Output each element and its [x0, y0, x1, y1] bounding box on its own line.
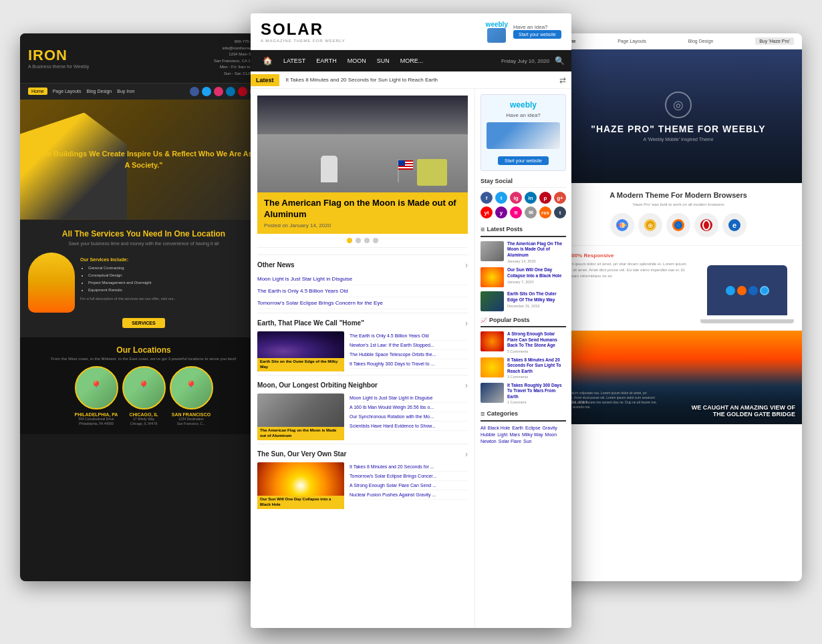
social-rss-icon[interactable]: rss	[539, 206, 551, 218]
featured-image[interactable]	[257, 96, 468, 192]
sun-article-1[interactable]: It Takes 8 Minutes and 20 Seconds for ..…	[350, 462, 468, 472]
dot-3[interactable]	[364, 238, 370, 243]
moon-article-1[interactable]: Moon Light is Just Star Light in Disguis…	[350, 393, 468, 403]
latest-posts-section: Latest Posts The American Flag On The Mo…	[481, 225, 566, 311]
sun-article-2[interactable]: Tomorrow's Solar Eclipse Brings Concer..…	[350, 472, 468, 481]
firefox-icon[interactable]	[666, 213, 690, 237]
earth-article-3[interactable]: The Hubble Space Telescope Orbits the...	[350, 350, 468, 359]
cat-hubble[interactable]: Hubble	[481, 432, 495, 437]
cat-eclipse[interactable]: Eclipse	[525, 426, 541, 430]
solar-nav-home[interactable]: 🏠	[257, 50, 278, 71]
social-linkedin-icon[interactable]: in	[525, 192, 537, 204]
dot-4[interactable]	[373, 238, 378, 243]
social-flickr-icon[interactable]: fl	[510, 206, 522, 218]
ie-icon[interactable]: e	[722, 213, 746, 237]
latest-post-1[interactable]: The American Flag On The Moon is Made Ou…	[481, 241, 566, 263]
moon-image[interactable]: The American Flag on the Moon is Made ou…	[257, 393, 344, 440]
earth-section-header[interactable]: Earth, That Place We Call "Home" ›	[257, 313, 468, 331]
other-news-item-3[interactable]: Tomorrow's Solar Eclipse Brings Concern …	[257, 297, 468, 309]
earth-article-2[interactable]: Newton's 1st Law: If the Earth Stopped..…	[350, 341, 468, 350]
iron-services: All The Services You Need In One Locatio…	[20, 220, 267, 337]
haze-laptop-mockup	[707, 265, 787, 315]
cat-mars[interactable]: Mars	[509, 432, 520, 437]
moon-article-4[interactable]: Scientists Have Hard Evidence to Show...	[350, 422, 468, 431]
safari-icon[interactable]: ⊕	[638, 213, 662, 237]
iron-social-fb[interactable]	[190, 87, 199, 96]
ticker-shuffle-icon[interactable]: ⇄	[554, 75, 571, 85]
social-facebook-icon[interactable]: f	[481, 192, 493, 204]
other-news-item-2[interactable]: The Earth is Only 4.5 Billion Years Old	[257, 285, 468, 297]
cat-solarflare[interactable]: Solar Flare	[499, 439, 521, 444]
dot-2[interactable]	[356, 238, 361, 243]
social-pinterest-icon[interactable]: p	[539, 192, 551, 204]
featured-title[interactable]: The American Flag on the Moon is Made ou…	[264, 198, 461, 220]
latest-post-2[interactable]: Our Sun Will One Day Collapse Into a Bla…	[481, 267, 566, 287]
moon-section-header[interactable]: Moon, Our Longest Orbiting Neighbor ›	[257, 375, 468, 393]
social-googleplus-icon[interactable]: g+	[554, 192, 566, 204]
solar-nav-more[interactable]: MORE...	[395, 50, 429, 71]
social-email-icon[interactable]: ✉	[525, 206, 537, 218]
sun-article-3[interactable]: A Strong Enough Solar Flare Can Send ...	[350, 481, 468, 490]
popular-post-1[interactable]: A Strong Enough Solar Flare Can Send Hum…	[481, 331, 566, 353]
solar-nav-earth[interactable]: EARTH	[311, 50, 341, 71]
cat-all[interactable]: All	[481, 426, 486, 430]
iron-map-philadelphia[interactable]: PHILADELPHIA, PA 554 Constitutional Driv…	[75, 366, 118, 426]
iron-services-button[interactable]: SERVICES	[122, 318, 164, 328]
moon-article-3[interactable]: Our Synchronous Rotation with the Mo...	[350, 412, 468, 422]
iron-social-ig[interactable]	[214, 87, 223, 96]
cat-milkyway[interactable]: Milky Way	[522, 432, 543, 437]
sun-image[interactable]: Our Sun Will One Day Collapse into a Bla…	[257, 462, 344, 509]
cat-newton[interactable]: Newton	[481, 439, 497, 444]
haze-nav-layouts[interactable]: Page Layouts	[618, 39, 646, 43]
cat-earth[interactable]: Earth	[512, 426, 523, 430]
other-news-header[interactable]: Other News ›	[257, 255, 468, 273]
cat-moon[interactable]: Moon	[545, 432, 557, 437]
featured-dots	[257, 234, 468, 248]
solar-nav-sun[interactable]: SUN	[372, 50, 395, 71]
search-icon[interactable]: 🔍	[555, 56, 565, 65]
solar-nav-moon[interactable]: MOON	[342, 50, 372, 71]
iron-social-pi[interactable]	[238, 87, 247, 96]
social-youtube-icon[interactable]: yt	[481, 206, 493, 218]
earth-article-1[interactable]: The Earth is Only 4.5 Billion Years Old	[350, 331, 468, 341]
cat-gravity[interactable]: Gravity	[543, 426, 557, 430]
other-news-arrow-icon: ›	[465, 261, 468, 270]
haze-nav-blog[interactable]: Blog Design	[688, 39, 714, 43]
cat-blackhole[interactable]: Black Hole	[488, 426, 510, 430]
sun-article-4[interactable]: Nuclear Fusion Pushes Against Gravity ..…	[350, 490, 468, 500]
earth-article-4[interactable]: It Takes Roughly 300 Days to Travel to .…	[350, 359, 468, 369]
opera-icon[interactable]	[694, 213, 718, 237]
cat-light[interactable]: Light	[497, 432, 507, 437]
iron-social-tw[interactable]	[202, 87, 211, 96]
moon-article-2[interactable]: A 160 lb Man Would Weigh 26.56 lbs o...	[350, 403, 468, 412]
iron-map-sf[interactable]: SAN FRANCISCO 1234 DestinationSan Franci…	[170, 366, 213, 426]
iron-social-li[interactable]	[226, 87, 235, 96]
dot-1[interactable]	[347, 238, 352, 243]
cat-sun[interactable]: Sun	[523, 439, 531, 444]
social-yahoo-icon[interactable]: y	[495, 206, 507, 218]
latest-post-3[interactable]: Earth Sits On The Outer Edge Of The Milk…	[481, 291, 566, 311]
iron-nav-buy[interactable]: Buy Iron	[117, 89, 134, 94]
sun-section-header[interactable]: The Sun, Our Very Own Star ›	[257, 444, 468, 462]
popular-post-3[interactable]: It Takes Roughly 300 Days To Travel To M…	[481, 383, 566, 404]
haze-nav-buy[interactable]: Buy 'Haze Pro'	[755, 37, 794, 45]
social-twitter-icon[interactable]: t	[495, 192, 507, 204]
header-ad-btn[interactable]: Start your website	[513, 30, 561, 39]
iron-nav-home[interactable]: Home	[28, 88, 47, 95]
iron-map-chicago[interactable]: CHICAGO, IL 17 Windy WayChicago, IL 5447…	[122, 366, 166, 426]
solar-nav-latest[interactable]: LATEST	[278, 50, 311, 71]
other-news-item-1[interactable]: Moon Light is Just Star Light in Disguis…	[257, 273, 468, 285]
social-tumblr-icon[interactable]: t	[554, 206, 566, 218]
social-instagram-icon[interactable]: ig	[510, 192, 522, 204]
sidebar-ad-btn[interactable]: Start your website	[498, 156, 549, 165]
iron-hero: "The Buildings We Create Inspire Us & Re…	[20, 100, 267, 220]
popular-post-2[interactable]: It Takes 8 Minutes And 20 Seconds For Su…	[481, 357, 566, 379]
iron-nav-layouts[interactable]: Page Layouts	[53, 89, 82, 94]
earth-image[interactable]: Earth Sits on the Outer Edge of the Milk…	[257, 331, 344, 371]
iron-logo: IRON	[28, 47, 89, 64]
iron-nav-blog[interactable]: Blog Design	[87, 89, 112, 94]
moon-flag	[395, 159, 415, 182]
chrome-icon[interactable]	[610, 213, 634, 237]
iron-services-subtitle: Save your business time and money with t…	[28, 241, 259, 246]
pp-info-3: It Takes Roughly 300 Days To Travel To M…	[507, 383, 566, 404]
